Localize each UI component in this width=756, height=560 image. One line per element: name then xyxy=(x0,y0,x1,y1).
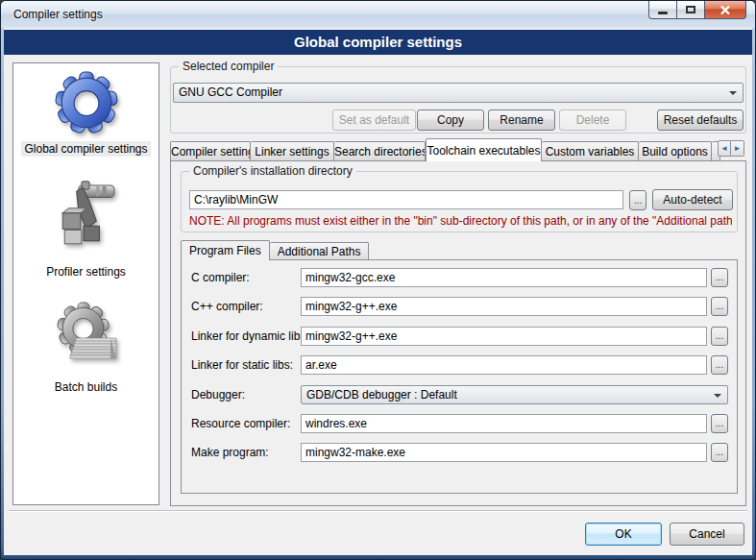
installation-directory-group-label: Compiler's installation directory xyxy=(189,164,356,178)
page-title: Global compiler settings xyxy=(4,30,752,55)
rename-button[interactable]: Rename xyxy=(488,110,555,131)
minimize-button[interactable] xyxy=(648,1,677,19)
chevron-down-icon xyxy=(729,91,737,99)
cancel-button[interactable]: Cancel xyxy=(670,523,744,546)
subtab-program-files[interactable]: Program Files xyxy=(181,240,270,260)
tab-compiler-settings[interactable]: Compiler settings xyxy=(170,141,251,160)
minimize-icon xyxy=(658,12,668,14)
tab-scroll-left-icon[interactable]: ◄ xyxy=(718,140,731,157)
c-compiler-label: C compiler: xyxy=(191,268,250,287)
c-compiler-browse-button[interactable]: ... xyxy=(711,268,728,287)
compiler-select-value: GNU GCC Compiler xyxy=(179,85,282,99)
auto-detect-button[interactable]: Auto-detect xyxy=(652,189,733,210)
copy-button[interactable]: Copy xyxy=(417,110,484,131)
program-files-tab-bar: Program Files Additional Paths xyxy=(181,240,369,260)
debugger-label: Debugger: xyxy=(191,385,245,404)
maximize-button[interactable] xyxy=(677,1,705,19)
compiler-settings-dialog: Compiler settings Global compiler settin… xyxy=(0,0,756,560)
caption-buttons xyxy=(648,1,746,19)
dialog-client-area: Global compiler settings xyxy=(4,28,752,555)
tab-build-options[interactable]: Build options xyxy=(639,141,712,160)
sidebar-item-label: Batch builds xyxy=(52,379,120,395)
resource-compiler-label: Resource compiler: xyxy=(191,414,290,433)
sidebar-item-profiler-settings[interactable]: Profiler settings xyxy=(13,177,159,280)
set-as-default-button: Set as default xyxy=(332,110,416,131)
window-title: Compiler settings xyxy=(13,8,103,21)
cpp-compiler-label: C++ compiler: xyxy=(191,297,263,316)
selected-compiler-group: Selected compiler GNU GCC Compiler Set a… xyxy=(170,66,746,134)
ok-button[interactable]: OK xyxy=(585,523,662,546)
static-linker-input[interactable] xyxy=(301,355,707,375)
cpp-compiler-browse-button[interactable]: ... xyxy=(711,297,728,316)
install-directory-note: NOTE: All programs must exist either in … xyxy=(189,214,732,228)
reset-defaults-button[interactable]: Reset defaults xyxy=(657,110,744,131)
selected-compiler-group-label: Selected compiler xyxy=(179,60,278,73)
debugger-select-value: GDB/CDB debugger : Default xyxy=(306,388,457,402)
sidebar-item-label: Profiler settings xyxy=(43,264,129,280)
blue-gear-icon xyxy=(55,71,118,134)
make-program-label: Make program: xyxy=(191,443,269,462)
tab-scroll-buttons: ◄ ► xyxy=(718,140,744,157)
maximize-icon xyxy=(686,6,695,13)
chevron-down-icon xyxy=(714,394,721,402)
caliper-icon xyxy=(55,177,118,257)
resource-compiler-browse-button[interactable]: ... xyxy=(711,414,728,433)
title-bar[interactable]: Compiler settings xyxy=(1,1,755,28)
close-icon xyxy=(719,5,731,15)
dynamic-linker-label: Linker for dynamic libs: xyxy=(191,327,309,346)
footer-divider xyxy=(9,510,747,511)
static-linker-browse-button[interactable]: ... xyxy=(711,355,728,375)
c-compiler-input[interactable] xyxy=(301,268,707,287)
dynamic-linker-input[interactable] xyxy=(301,327,707,346)
gear-stack-icon xyxy=(53,302,120,373)
sidebar-item-label: Global compiler settings xyxy=(21,141,150,157)
settings-category-list: Global compiler settings xyxy=(12,62,159,505)
installation-directory-input[interactable] xyxy=(189,190,623,209)
settings-tab-bar: Compiler settings Linker settings Search… xyxy=(170,138,720,161)
static-linker-label: Linker for static libs: xyxy=(191,355,293,375)
browse-directory-button[interactable]: ... xyxy=(629,190,646,210)
tab-linker-settings[interactable]: Linker settings xyxy=(251,141,334,160)
tab-scroll-right-icon[interactable]: ► xyxy=(731,140,744,157)
program-files-panel: C compiler: ... C++ compiler: ... Linker… xyxy=(181,259,738,494)
tab-custom-variables[interactable]: Custom variables xyxy=(542,141,639,160)
tab-search-directories[interactable]: Search directories xyxy=(334,141,426,160)
installation-directory-group: Compiler's installation directory ... Au… xyxy=(181,171,738,232)
make-program-browse-button[interactable]: ... xyxy=(711,443,728,462)
dynamic-linker-browse-button[interactable]: ... xyxy=(711,327,728,346)
close-button[interactable] xyxy=(705,1,746,19)
resource-compiler-input[interactable] xyxy=(301,414,707,433)
toolchain-executables-panel: Compiler's installation directory ... Au… xyxy=(170,160,746,506)
tab-toolchain-executables[interactable]: Toolchain executables xyxy=(426,138,542,161)
compiler-select[interactable]: GNU GCC Compiler xyxy=(173,83,744,103)
subtab-additional-paths[interactable]: Additional Paths xyxy=(270,242,370,260)
cpp-compiler-input[interactable] xyxy=(301,297,707,316)
delete-button: Delete xyxy=(559,110,626,131)
debugger-select[interactable]: GDB/CDB debugger : Default xyxy=(301,385,728,404)
sidebar-item-global-compiler-settings[interactable]: Global compiler settings xyxy=(13,71,159,157)
sidebar-item-batch-builds[interactable]: Batch builds xyxy=(13,302,159,395)
make-program-input[interactable] xyxy=(301,443,707,462)
